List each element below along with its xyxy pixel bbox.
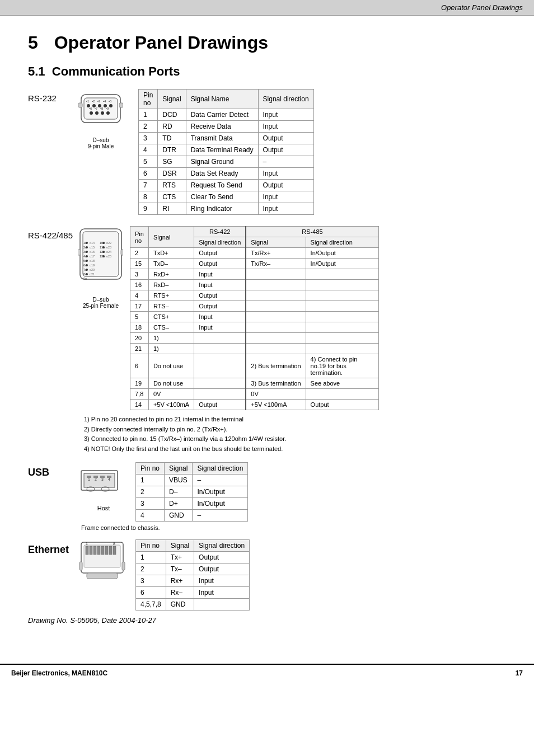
svg-text:o25: o25 bbox=[106, 255, 111, 258]
svg-text:•6: •6 bbox=[89, 107, 92, 110]
svg-text:o19: o19 bbox=[90, 264, 95, 267]
svg-point-10 bbox=[106, 111, 110, 115]
table-row: 1Tx+Output bbox=[136, 552, 250, 564]
svg-text:4: 4 bbox=[108, 477, 110, 481]
svg-point-6 bbox=[109, 104, 113, 107]
table-row: 7RTSRequest To SendOutput bbox=[139, 180, 314, 191]
table-row: 6Rx–Input bbox=[136, 587, 250, 599]
svg-text:o17: o17 bbox=[90, 255, 95, 258]
usb-connector-label: Host bbox=[78, 505, 129, 511]
table-row: 17RTS–Output bbox=[130, 301, 379, 312]
svg-text:o20: o20 bbox=[90, 268, 95, 271]
usb-table: Pin no Signal Signal direction 1VBUS–2D–… bbox=[135, 462, 248, 522]
svg-point-60 bbox=[102, 255, 105, 257]
table-row: 4RTS+Output bbox=[130, 290, 379, 301]
svg-point-48 bbox=[86, 273, 88, 275]
usb-connector-diagram: 1 2 3 4 Host bbox=[78, 462, 129, 511]
svg-text:•1: •1 bbox=[86, 100, 90, 103]
svg-text:9o: 9o bbox=[83, 277, 87, 280]
rs232-col-signame: Signal Name bbox=[186, 90, 258, 109]
rs422-footnotes: 1) Pin no 20 connected to pin no 21 inte… bbox=[84, 415, 379, 454]
svg-rect-23 bbox=[83, 232, 119, 276]
table-row: 5SGSignal Ground– bbox=[139, 156, 314, 168]
footnote: 3) Connected to pin no. 15 (Tx/Rx–) inte… bbox=[84, 434, 379, 444]
rs232-col-sigdir: Signal direction bbox=[258, 90, 313, 109]
svg-text:o16: o16 bbox=[90, 250, 95, 253]
svg-point-44 bbox=[86, 255, 88, 257]
svg-rect-81 bbox=[101, 546, 104, 555]
svg-text:•5: •5 bbox=[109, 100, 112, 103]
table-row: 3Rx+Input bbox=[136, 575, 250, 587]
table-row: 1DCDData Carrier DetectInput bbox=[139, 109, 314, 121]
svg-text:o24: o24 bbox=[106, 250, 111, 253]
rs485-col-sigdir: Signal direction bbox=[306, 237, 378, 248]
svg-rect-61 bbox=[78, 250, 81, 255]
footnote: 4) NOTE! Only the first and the last uni… bbox=[84, 444, 379, 454]
svg-rect-82 bbox=[105, 546, 108, 555]
ethernet-label: Ethernet bbox=[28, 539, 78, 556]
section-title: Communication Ports bbox=[52, 64, 180, 78]
rs232-connector-diagram: •1 •2 •3 •4 •5 •6 •7 •8 •9 D–sub9-pin Ma… bbox=[78, 89, 123, 149]
usb-frame-note: Frame connected to chassis. bbox=[81, 524, 248, 531]
svg-text:•8: •8 bbox=[100, 107, 104, 110]
rs422-section: RS-422/485 1o 2o 3o 4o 5o 6o 7o bbox=[28, 226, 506, 454]
rs422-col-signal: Signal bbox=[148, 227, 194, 248]
drawing-note: Drawing No. S-05005, Date 2004-10-27 bbox=[28, 616, 506, 624]
svg-text:•2: •2 bbox=[92, 100, 95, 103]
table-row: 5CTS+Input bbox=[130, 312, 379, 322]
footnote: 2) Directly connected internally to pin … bbox=[84, 425, 379, 435]
table-row: 201) bbox=[130, 333, 379, 344]
svg-point-41 bbox=[86, 242, 88, 244]
table-row: 16RxD–Input bbox=[130, 280, 379, 290]
footnote: 1) Pin no 20 connected to pin no 21 inte… bbox=[84, 415, 379, 425]
svg-point-8 bbox=[95, 111, 99, 115]
table-row: 8CTSClear To SendInput bbox=[139, 191, 314, 203]
svg-rect-83 bbox=[109, 546, 112, 555]
chapter-number: 5 bbox=[28, 32, 38, 53]
eth-col-sigdir: Signal direction bbox=[194, 540, 250, 552]
rs422-col-pinno: Pinno bbox=[130, 227, 149, 248]
svg-rect-80 bbox=[97, 546, 100, 555]
table-row: 14+5V <100mAOutput+5V <100mAOutput bbox=[130, 400, 379, 410]
footer-company: Beijer Electronics, MAEN810C bbox=[11, 669, 107, 677]
table-row: 4DTRData Terminal ReadyOutput bbox=[139, 144, 314, 156]
table-row: 15TxD–OutputTx/Rx–In/Output bbox=[130, 259, 379, 269]
section-number: 5.1 bbox=[28, 64, 45, 78]
rs422-connector-diagram: 1o 2o 3o 4o 5o 6o 7o 8o 9o o14 o15 o16 o… bbox=[78, 226, 123, 309]
chapter-heading: 5 Operator Panel Drawings bbox=[28, 32, 506, 53]
header-title: Operator Panel Drawings bbox=[441, 3, 523, 12]
table-row: 9RIRing IndicatorInput bbox=[139, 203, 314, 215]
svg-point-57 bbox=[102, 242, 105, 244]
svg-point-42 bbox=[86, 246, 88, 248]
chapter-title: Operator Panel Drawings bbox=[54, 32, 268, 53]
usb-col-pinno: Pin no bbox=[136, 463, 165, 475]
svg-text:•3: •3 bbox=[97, 100, 101, 103]
svg-text:o14: o14 bbox=[90, 241, 95, 245]
section-heading: 5.1 Communication Ports bbox=[28, 64, 506, 79]
svg-point-58 bbox=[102, 246, 105, 248]
svg-rect-77 bbox=[86, 546, 88, 555]
svg-text:•9: •9 bbox=[106, 107, 109, 110]
ethernet-section: Ethernet 1 bbox=[28, 539, 506, 611]
svg-point-46 bbox=[86, 264, 88, 266]
svg-text:1: 1 bbox=[86, 542, 88, 546]
svg-rect-20 bbox=[78, 103, 82, 107]
svg-point-43 bbox=[86, 251, 88, 253]
svg-text:2: 2 bbox=[95, 477, 97, 481]
svg-rect-78 bbox=[90, 546, 92, 555]
ethernet-table: Pin no Signal Signal direction 1Tx+Outpu… bbox=[135, 539, 250, 611]
svg-rect-79 bbox=[93, 546, 96, 555]
svg-point-47 bbox=[86, 269, 88, 271]
ethernet-connector-diagram: 1 8 bbox=[78, 539, 129, 586]
table-row: 18CTS–Input bbox=[130, 322, 379, 333]
rs422-table: Pinno Signal RS-422 RS-485 Signal direct… bbox=[130, 226, 379, 410]
svg-rect-88 bbox=[79, 562, 82, 570]
svg-text:1: 1 bbox=[88, 477, 90, 481]
svg-rect-21 bbox=[119, 103, 123, 107]
rs232-connector-label: D–sub9-pin Male bbox=[78, 137, 123, 149]
svg-text:o15: o15 bbox=[90, 246, 95, 249]
svg-rect-87 bbox=[87, 573, 118, 579]
rs422-col-sigdir: Signal direction bbox=[194, 237, 246, 248]
rs232-section: RS-232 bbox=[28, 89, 506, 215]
svg-text:o22: o22 bbox=[106, 241, 111, 245]
